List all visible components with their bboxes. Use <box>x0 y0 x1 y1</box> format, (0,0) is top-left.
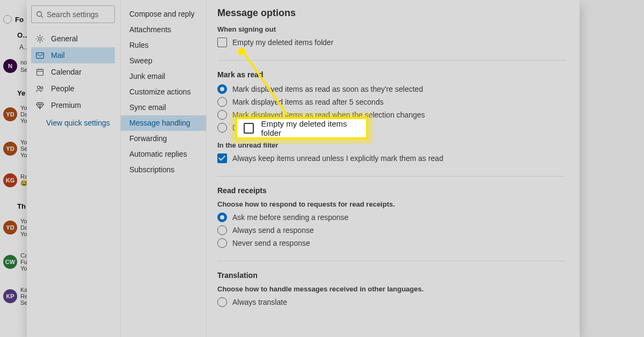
subnav-rules[interactable]: Rules <box>121 38 206 53</box>
bg-item[interactable]: KP KaReSe <box>0 283 27 310</box>
bg-avatar: KP <box>3 289 17 303</box>
checkbox-icon <box>217 38 227 47</box>
svg-point-0 <box>37 11 42 16</box>
view-quick-settings-link[interactable]: View quick settings <box>31 113 115 127</box>
nav-premium[interactable]: Premium <box>31 97 115 113</box>
nav-mail[interactable]: Mail <box>31 47 115 63</box>
bg-avatar: YD <box>3 107 17 121</box>
radio-label: Never send a response <box>232 239 310 247</box>
bg-avatar: N <box>3 59 17 73</box>
nav-label: People <box>51 84 75 93</box>
bg-filter-row: Fo <box>0 12 27 28</box>
radio-icon <box>217 123 227 133</box>
subnav-sweep[interactable]: Sweep <box>121 53 206 69</box>
annotation-checkbox-icon <box>244 123 254 134</box>
bg-avatar: YD <box>3 221 17 235</box>
bg-item[interactable]: YD YoSeYo <box>0 136 27 163</box>
section-title: Message options <box>217 8 566 19</box>
bg-avatar: CW <box>3 255 17 269</box>
svg-rect-3 <box>36 53 44 58</box>
section-title: Read receipts <box>217 186 566 195</box>
subnav-automatic-replies[interactable]: Automatic replies <box>121 146 206 162</box>
radio-icon <box>217 84 227 94</box>
svg-point-8 <box>37 86 40 89</box>
radio-icon <box>217 238 227 248</box>
section-title: Mark as read <box>217 70 566 79</box>
bg-hdr-thursday: Th <box>0 199 27 215</box>
receipts-radio-always[interactable]: Always send a response <box>217 225 566 235</box>
subnav-forwarding[interactable]: Forwarding <box>121 131 206 146</box>
gear-icon <box>35 34 45 43</box>
bg-item[interactable]: KG Ra😂 <box>0 170 27 192</box>
svg-point-2 <box>39 37 41 40</box>
nav-label: General <box>51 34 78 43</box>
when-signing-out-label: When signing out <box>217 25 566 33</box>
mail-icon <box>35 51 45 60</box>
radio-label: Mark displayed items as read after 5 sec… <box>232 98 384 106</box>
bg-item-unread[interactable]: N noSe <box>0 55 27 78</box>
people-icon <box>35 84 45 93</box>
nav-calendar[interactable]: Calendar <box>31 64 115 80</box>
subnav-message-handling[interactable]: Message handling <box>121 115 206 131</box>
annotation-callout: Empty my deleted items folder <box>235 117 368 140</box>
nav-label: Mail <box>51 51 65 60</box>
unread-filter-label: In the unread filter <box>217 141 566 149</box>
translate-radio-always[interactable]: Always translate <box>217 297 566 307</box>
checkbox-icon <box>217 153 227 163</box>
bg-header-other: O… <box>0 28 27 43</box>
radio-label: Always translate <box>232 298 287 306</box>
nav-people[interactable]: People <box>31 80 115 97</box>
diamond-icon <box>35 101 45 110</box>
subnav-attachments[interactable]: Attachments <box>121 22 206 38</box>
receipts-radio-never[interactable]: Never send a response <box>217 238 566 248</box>
section-message-options: Message options When signing out Empty m… <box>217 8 566 61</box>
calendar-icon <box>35 68 45 77</box>
search-placeholder: Search settings <box>47 10 99 19</box>
section-read-receipts: Read receipts Choose how to respond to r… <box>217 186 566 261</box>
read-receipts-desc: Choose how to respond to requests for re… <box>217 200 566 208</box>
checkbox-label: Always keep items unread unless I explic… <box>232 154 443 163</box>
subnav-junk-email[interactable]: Junk email <box>121 69 206 84</box>
bg-item[interactable]: YD YoDaYo <box>0 101 27 128</box>
svg-point-9 <box>41 86 43 89</box>
bg-avatar: YD <box>3 142 17 156</box>
settings-dialog: Search settings General Mail Calendar Pe… <box>27 0 580 337</box>
background-mail-list: Fo O… A… N noSe Ye YD YoDaYo YD YoSeYo K… <box>0 0 27 337</box>
mark-read-radio-5s[interactable]: Mark displayed items as read after 5 sec… <box>217 97 566 107</box>
receipts-radio-ask[interactable]: Ask me before sending a response <box>217 213 566 222</box>
subnav-subscriptions[interactable]: Subscriptions <box>121 162 206 178</box>
svg-line-1 <box>41 16 43 18</box>
settings-nav-primary: Search settings General Mail Calendar Pe… <box>27 0 121 337</box>
subnav-sync-email[interactable]: Sync email <box>121 100 206 115</box>
select-all-circle[interactable] <box>3 15 12 24</box>
checkbox-label: Empty my deleted items folder <box>232 38 333 47</box>
settings-nav-secondary: Compose and reply Attachments Rules Swee… <box>121 0 207 337</box>
radio-label: Mark displayed items as read as soon as … <box>232 85 423 93</box>
always-keep-unread-checkbox[interactable]: Always keep items unread unless I explic… <box>217 153 566 163</box>
search-icon <box>36 11 43 18</box>
section-title: Translation <box>217 271 566 280</box>
subnav-compose-and-reply[interactable]: Compose and reply <box>121 6 206 22</box>
nav-label: Calendar <box>51 68 82 76</box>
settings-content[interactable]: Message options When signing out Empty m… <box>207 0 580 337</box>
search-settings-input[interactable]: Search settings <box>31 5 115 23</box>
bg-item[interactable]: CW CaFuYo <box>0 249 27 276</box>
radio-icon <box>217 213 227 222</box>
bg-avatar: KG <box>3 173 17 187</box>
radio-icon <box>217 110 227 120</box>
nav-label: Premium <box>51 101 81 109</box>
radio-label: Ask me before sending a response <box>232 213 348 222</box>
radio-icon <box>217 297 227 307</box>
svg-rect-4 <box>37 69 43 75</box>
radio-icon <box>217 97 227 107</box>
annotation-text: Empty my deleted items folder <box>261 119 360 137</box>
subnav-customize-actions[interactable]: Customize actions <box>121 84 206 100</box>
empty-deleted-checkbox[interactable]: Empty my deleted items folder <box>217 38 566 47</box>
bg-filter-label: Fo <box>15 16 24 24</box>
bg-item[interactable]: YD YoDaYo <box>0 215 27 241</box>
section-translation: Translation Choose how to handle message… <box>217 271 566 320</box>
bg-hdr-yesterday: Ye <box>0 86 27 101</box>
radio-icon <box>217 225 227 235</box>
nav-general[interactable]: General <box>31 31 115 47</box>
radio-label: Always send a response <box>232 226 314 235</box>
